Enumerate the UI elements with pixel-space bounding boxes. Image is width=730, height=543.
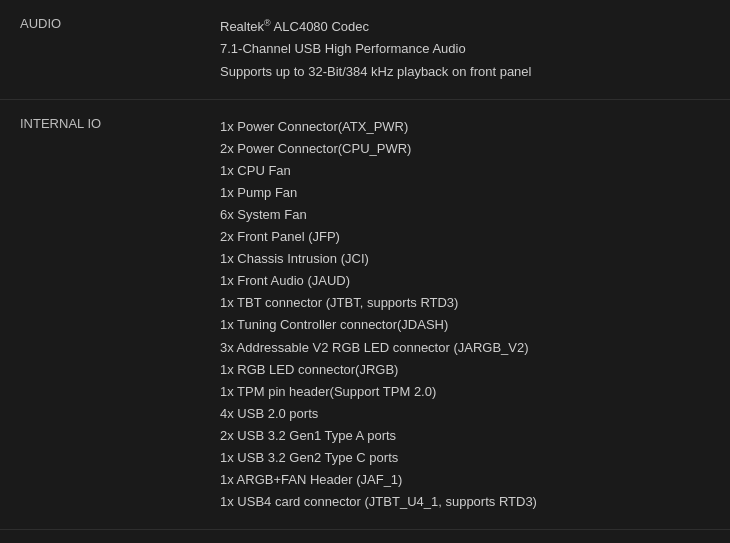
list-item: Realtek® ALC4080 Codec xyxy=(220,16,710,38)
list-item: 7.1-Channel USB High Performance Audio xyxy=(220,38,710,60)
list-item: 1x ARGB+FAN Header (JAF_1) xyxy=(220,469,710,491)
list-item: 1x Power Connector(ATX_PWR) xyxy=(220,116,710,138)
list-item: 3x Addressable V2 RGB LED connector (JAR… xyxy=(220,337,710,359)
spec-value: Realtek® ALC4080 Codec7.1-Channel USB Hi… xyxy=(200,0,730,99)
list-item: 1x Pump Fan xyxy=(220,182,710,204)
list-item: 2x Power Connector(CPU_PWR) xyxy=(220,138,710,160)
list-item: 1x TBT connector (JTBT, supports RTD3) xyxy=(220,292,710,314)
list-item: 1x USB4 card connector (JTBT_U4_1, suppo… xyxy=(220,491,710,513)
list-item: Supports up to 32-Bit/384 kHz playback o… xyxy=(220,61,710,83)
list-item: 1x USB 3.2 Gen2 Type C ports xyxy=(220,447,710,469)
list-item: 1x Tuning Controller connector(JDASH) xyxy=(220,314,710,336)
spec-label: LED FEATURE xyxy=(0,530,200,543)
list-item: 1x RGB LED connector(JRGB) xyxy=(220,359,710,381)
list-item: 1x TPM pin header(Support TPM 2.0) xyxy=(220,381,710,403)
specs-table: AUDIORealtek® ALC4080 Codec7.1-Channel U… xyxy=(0,0,730,543)
list-item: 2x Front Panel (JFP) xyxy=(220,226,710,248)
list-item: 1x Chassis Intrusion (JCI) xyxy=(220,248,710,270)
list-item: 6x System Fan xyxy=(220,204,710,226)
list-item: 1x CPU Fan xyxy=(220,160,710,182)
spec-label: INTERNAL IO xyxy=(0,99,200,530)
spec-label: AUDIO xyxy=(0,0,200,99)
table-row: AUDIORealtek® ALC4080 Codec7.1-Channel U… xyxy=(0,0,730,99)
table-row: LED FEATURE4x EZ Debug LED1x EZ LED Cont… xyxy=(0,530,730,543)
list-item: 1x Front Audio (JAUD) xyxy=(220,270,710,292)
spec-value: 1x Power Connector(ATX_PWR)2x Power Conn… xyxy=(200,99,730,530)
list-item: 4x USB 2.0 ports xyxy=(220,403,710,425)
spec-value: 4x EZ Debug LED1x EZ LED Control switch xyxy=(200,530,730,543)
list-item: 2x USB 3.2 Gen1 Type A ports xyxy=(220,425,710,447)
table-row: INTERNAL IO1x Power Connector(ATX_PWR)2x… xyxy=(0,99,730,530)
